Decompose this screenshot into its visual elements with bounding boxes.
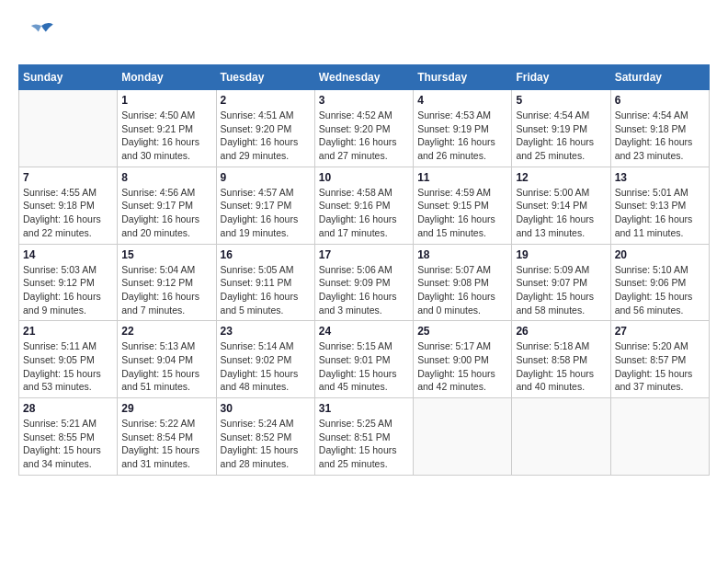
day-number: 6 — [615, 94, 705, 107]
day-number: 4 — [417, 94, 507, 107]
day-number: 19 — [516, 248, 606, 261]
day-number: 31 — [319, 402, 409, 415]
calendar-cell: 13Sunrise: 5:01 AM Sunset: 9:13 PM Dayli… — [610, 167, 709, 244]
day-number: 18 — [417, 248, 507, 261]
day-number: 8 — [121, 171, 211, 184]
logo — [18, 18, 68, 55]
calendar-cell: 5Sunrise: 4:54 AM Sunset: 9:19 PM Daylig… — [512, 90, 610, 167]
day-number: 17 — [319, 248, 409, 261]
calendar-cell: 26Sunrise: 5:18 AM Sunset: 8:58 PM Dayli… — [512, 321, 610, 398]
day-info: Sunrise: 4:56 AM Sunset: 9:17 PM Dayligh… — [121, 186, 211, 240]
calendar-cell: 15Sunrise: 5:04 AM Sunset: 9:12 PM Dayli… — [118, 244, 216, 321]
day-number: 20 — [615, 248, 705, 261]
day-info: Sunrise: 5:17 AM Sunset: 9:00 PM Dayligh… — [417, 339, 507, 394]
day-number: 29 — [121, 402, 211, 415]
day-info: Sunrise: 4:59 AM Sunset: 9:15 PM Dayligh… — [417, 186, 507, 240]
calendar-cell: 30Sunrise: 5:24 AM Sunset: 8:52 PM Dayli… — [216, 398, 314, 476]
day-number: 24 — [319, 325, 409, 338]
calendar-cell: 17Sunrise: 5:06 AM Sunset: 9:09 PM Dayli… — [314, 244, 413, 321]
calendar-cell: 2Sunrise: 4:51 AM Sunset: 9:20 PM Daylig… — [216, 90, 314, 167]
calendar-cell — [414, 398, 512, 476]
day-info: Sunrise: 4:57 AM Sunset: 9:17 PM Dayligh… — [221, 186, 311, 240]
day-info: Sunrise: 5:03 AM Sunset: 9:12 PM Dayligh… — [23, 263, 113, 317]
day-info: Sunrise: 5:04 AM Sunset: 9:12 PM Dayligh… — [121, 263, 211, 317]
day-number: 30 — [221, 402, 311, 415]
day-number: 13 — [615, 171, 705, 184]
calendar-cell: 28Sunrise: 5:21 AM Sunset: 8:55 PM Dayli… — [19, 398, 118, 476]
calendar-cell — [512, 398, 610, 476]
day-number: 22 — [121, 325, 211, 338]
day-number: 26 — [516, 325, 606, 338]
day-number: 11 — [417, 171, 507, 184]
day-info: Sunrise: 5:15 AM Sunset: 9:01 PM Dayligh… — [319, 339, 409, 394]
day-number: 21 — [23, 325, 113, 338]
calendar-cell: 3Sunrise: 4:52 AM Sunset: 9:20 PM Daylig… — [314, 90, 413, 167]
calendar-week-row: 14Sunrise: 5:03 AM Sunset: 9:12 PM Dayli… — [19, 244, 710, 321]
calendar-cell: 24Sunrise: 5:15 AM Sunset: 9:01 PM Dayli… — [314, 321, 413, 398]
day-info: Sunrise: 4:54 AM Sunset: 9:19 PM Dayligh… — [516, 109, 606, 163]
day-info: Sunrise: 5:06 AM Sunset: 9:09 PM Dayligh… — [319, 263, 409, 317]
day-info: Sunrise: 4:51 AM Sunset: 9:20 PM Dayligh… — [221, 109, 311, 163]
day-info: Sunrise: 5:00 AM Sunset: 9:14 PM Dayligh… — [516, 186, 606, 240]
calendar-cell: 29Sunrise: 5:22 AM Sunset: 8:54 PM Dayli… — [118, 398, 216, 476]
calendar-cell: 6Sunrise: 4:54 AM Sunset: 9:18 PM Daylig… — [610, 90, 709, 167]
day-number: 3 — [319, 94, 409, 107]
day-number: 27 — [615, 325, 705, 338]
calendar-cell — [19, 90, 118, 167]
day-info: Sunrise: 4:52 AM Sunset: 9:20 PM Dayligh… — [319, 109, 409, 163]
day-number: 1 — [121, 94, 211, 107]
day-number: 16 — [221, 248, 311, 261]
calendar-week-row: 28Sunrise: 5:21 AM Sunset: 8:55 PM Dayli… — [19, 398, 710, 476]
page-header — [18, 18, 710, 55]
calendar-cell: 23Sunrise: 5:14 AM Sunset: 9:02 PM Dayli… — [216, 321, 314, 398]
calendar-cell: 11Sunrise: 4:59 AM Sunset: 9:15 PM Dayli… — [414, 167, 512, 244]
calendar-cell: 19Sunrise: 5:09 AM Sunset: 9:07 PM Dayli… — [512, 244, 610, 321]
calendar-header-row: SundayMondayTuesdayWednesdayThursdayFrid… — [19, 65, 710, 90]
calendar-cell: 20Sunrise: 5:10 AM Sunset: 9:06 PM Dayli… — [610, 244, 709, 321]
calendar-cell: 14Sunrise: 5:03 AM Sunset: 9:12 PM Dayli… — [19, 244, 118, 321]
day-info: Sunrise: 5:25 AM Sunset: 8:51 PM Dayligh… — [319, 417, 409, 471]
calendar-cell — [610, 398, 709, 476]
day-info: Sunrise: 5:10 AM Sunset: 9:06 PM Dayligh… — [615, 263, 705, 317]
day-number: 28 — [23, 402, 113, 415]
day-info: Sunrise: 5:01 AM Sunset: 9:13 PM Dayligh… — [615, 186, 705, 240]
calendar-cell: 16Sunrise: 5:05 AM Sunset: 9:11 PM Dayli… — [216, 244, 314, 321]
day-header-tuesday: Tuesday — [216, 65, 314, 90]
calendar-week-row: 7Sunrise: 4:55 AM Sunset: 9:18 PM Daylig… — [19, 167, 710, 244]
day-number: 12 — [516, 171, 606, 184]
calendar-table: SundayMondayTuesdayWednesdayThursdayFrid… — [18, 64, 710, 476]
calendar-week-row: 21Sunrise: 5:11 AM Sunset: 9:05 PM Dayli… — [19, 321, 710, 398]
day-info: Sunrise: 5:22 AM Sunset: 8:54 PM Dayligh… — [121, 417, 211, 471]
calendar-cell: 1Sunrise: 4:50 AM Sunset: 9:21 PM Daylig… — [118, 90, 216, 167]
day-info: Sunrise: 5:14 AM Sunset: 9:02 PM Dayligh… — [221, 339, 311, 394]
calendar-cell: 31Sunrise: 5:25 AM Sunset: 8:51 PM Dayli… — [314, 398, 413, 476]
day-info: Sunrise: 5:11 AM Sunset: 9:05 PM Dayligh… — [23, 339, 113, 394]
calendar-cell: 4Sunrise: 4:53 AM Sunset: 9:19 PM Daylig… — [414, 90, 512, 167]
day-info: Sunrise: 4:53 AM Sunset: 9:19 PM Dayligh… — [417, 109, 507, 163]
day-info: Sunrise: 5:24 AM Sunset: 8:52 PM Dayligh… — [221, 417, 311, 471]
calendar-cell: 10Sunrise: 4:58 AM Sunset: 9:16 PM Dayli… — [314, 167, 413, 244]
day-info: Sunrise: 5:09 AM Sunset: 9:07 PM Dayligh… — [516, 263, 606, 317]
calendar-cell: 18Sunrise: 5:07 AM Sunset: 9:08 PM Dayli… — [414, 244, 512, 321]
day-number: 15 — [121, 248, 211, 261]
day-info: Sunrise: 5:13 AM Sunset: 9:04 PM Dayligh… — [121, 339, 211, 394]
day-info: Sunrise: 5:21 AM Sunset: 8:55 PM Dayligh… — [23, 417, 113, 471]
day-number: 23 — [221, 325, 311, 338]
day-info: Sunrise: 5:05 AM Sunset: 9:11 PM Dayligh… — [221, 263, 311, 317]
logo-icon — [18, 18, 64, 55]
day-number: 5 — [516, 94, 606, 107]
calendar-cell: 25Sunrise: 5:17 AM Sunset: 9:00 PM Dayli… — [414, 321, 512, 398]
day-number: 7 — [23, 171, 113, 184]
day-header-sunday: Sunday — [19, 65, 118, 90]
day-number: 25 — [417, 325, 507, 338]
day-info: Sunrise: 5:18 AM Sunset: 8:58 PM Dayligh… — [516, 339, 606, 394]
calendar-week-row: 1Sunrise: 4:50 AM Sunset: 9:21 PM Daylig… — [19, 90, 710, 167]
day-header-monday: Monday — [118, 65, 216, 90]
day-number: 10 — [319, 171, 409, 184]
calendar-cell: 8Sunrise: 4:56 AM Sunset: 9:17 PM Daylig… — [118, 167, 216, 244]
day-number: 9 — [221, 171, 311, 184]
day-header-friday: Friday — [512, 65, 610, 90]
calendar-cell: 27Sunrise: 5:20 AM Sunset: 8:57 PM Dayli… — [610, 321, 709, 398]
day-info: Sunrise: 4:54 AM Sunset: 9:18 PM Dayligh… — [615, 109, 705, 163]
day-header-thursday: Thursday — [414, 65, 512, 90]
